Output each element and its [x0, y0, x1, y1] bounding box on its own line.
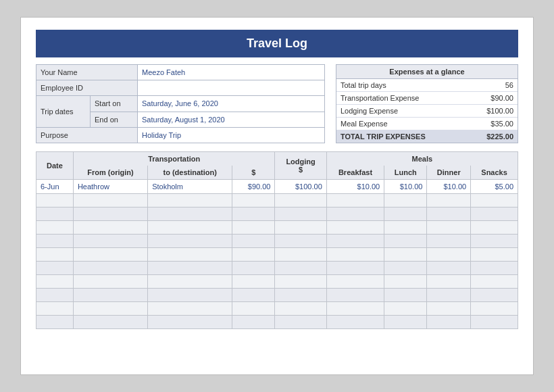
end-label: End on — [91, 112, 138, 127]
employee-id-value — [138, 80, 325, 96]
expenses-box: Expenses at a glance Total trip days 56 … — [336, 64, 518, 143]
total-value: $225.00 — [468, 130, 518, 143]
group-header-row: Date Transportation Lodging$ Meals — [36, 152, 518, 166]
total-row: TOTAL TRIP EXPENSES $225.00 — [336, 130, 518, 143]
col-snacks: Snacks — [471, 166, 518, 180]
table-row — [36, 248, 518, 262]
col-from: From (origin) — [73, 166, 147, 180]
your-name-row: Your Name Meezo Fateh — [36, 65, 325, 80]
expense-label-1: Transportation Expense — [336, 92, 468, 105]
purpose-label: Purpose — [36, 127, 138, 143]
expense-label-3: Meal Expense — [336, 118, 468, 130]
col-transport-amount: $ — [232, 166, 275, 180]
log-table: Date Transportation Lodging$ Meals From … — [36, 151, 518, 329]
meals-header: Meals — [326, 152, 518, 166]
expense-row-3: Meal Expense $35.00 — [336, 118, 518, 130]
cell-breakfast: $10.00 — [326, 180, 384, 194]
expense-label-2: Lodging Expense — [336, 105, 468, 118]
transport-header: Transportation — [73, 152, 275, 166]
table-row: 6-Jun Heathrow Stokholm $90.00 $100.00 $… — [36, 180, 518, 194]
page-title: Travel Log — [36, 30, 518, 57]
expense-row-2: Lodging Expense $100.00 — [336, 105, 518, 118]
expense-value-1: $90.00 — [468, 92, 518, 105]
your-name-label: Your Name — [36, 65, 138, 80]
end-value: Saturday, August 1, 2020 — [138, 112, 325, 127]
cell-dinner: $10.00 — [427, 180, 471, 194]
cell-lodging: $100.00 — [275, 180, 326, 194]
total-label: TOTAL TRIP EXPENSES — [336, 130, 468, 143]
table-row — [36, 207, 518, 221]
col-date: Date — [36, 152, 74, 180]
cell-transport: $90.00 — [232, 180, 275, 194]
start-label: Start on — [91, 96, 138, 112]
table-row — [36, 302, 518, 316]
top-section: Your Name Meezo Fateh Employee ID Trip d… — [36, 64, 518, 143]
log-section: Date Transportation Lodging$ Meals From … — [36, 151, 518, 329]
expense-value-2: $100.00 — [468, 105, 518, 118]
expense-row-0: Total trip days 56 — [336, 79, 518, 92]
cell-date: 6-Jun — [36, 180, 74, 194]
table-row — [36, 289, 518, 302]
trip-dates-label: Trip dates — [36, 96, 91, 127]
table-row — [36, 316, 518, 329]
lodging-header: Lodging$ — [275, 152, 326, 180]
cell-to: Stokholm — [148, 180, 232, 194]
col-dinner: Dinner — [427, 166, 471, 180]
purpose-value: Holiday Trip — [138, 127, 325, 143]
cell-from: Heathrow — [73, 180, 147, 194]
your-name-value: Meezo Fateh — [138, 65, 325, 80]
table-row — [36, 275, 518, 289]
expenses-table: Total trip days 56 Transportation Expens… — [336, 79, 518, 143]
employee-id-row: Employee ID — [36, 80, 325, 96]
expense-label-0: Total trip days — [336, 79, 468, 92]
table-row — [36, 194, 518, 207]
start-value: Saturday, June 6, 2020 — [138, 96, 325, 112]
table-row — [36, 235, 518, 248]
start-date-row: Trip dates Start on Saturday, June 6, 20… — [36, 96, 325, 112]
expense-row-1: Transportation Expense $90.00 — [336, 92, 518, 105]
table-row — [36, 262, 518, 275]
col-breakfast: Breakfast — [326, 166, 384, 180]
table-row — [36, 221, 518, 235]
travel-log-page: Travel Log Your Name Meezo Fateh Employe… — [20, 17, 534, 375]
purpose-row: Purpose Holiday Trip — [36, 127, 325, 143]
cell-snacks: $5.00 — [471, 180, 518, 194]
col-lunch: Lunch — [384, 166, 427, 180]
employee-id-label: Employee ID — [36, 80, 138, 96]
expense-value-0: 56 — [468, 79, 518, 92]
expenses-title: Expenses at a glance — [336, 65, 518, 79]
expense-value-3: $35.00 — [468, 118, 518, 130]
col-to: to (destination) — [148, 166, 232, 180]
cell-lunch: $10.00 — [384, 180, 427, 194]
info-table: Your Name Meezo Fateh Employee ID Trip d… — [36, 64, 325, 143]
